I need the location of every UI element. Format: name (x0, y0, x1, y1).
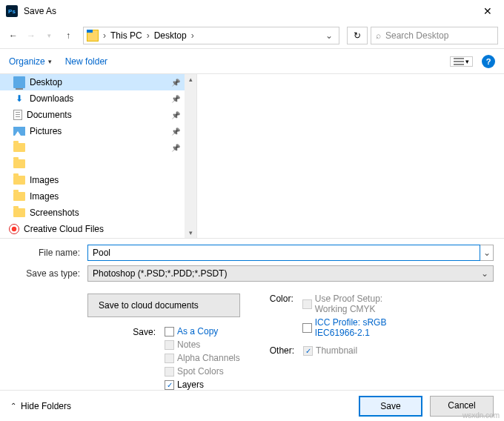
down-icon: ⬇ (13, 93, 25, 105)
tree-item-label: Creative Cloud Files (24, 224, 104, 234)
save-to-cloud-button[interactable]: Save to cloud documents (87, 294, 240, 317)
alpha-checkbox (165, 354, 174, 363)
nav-bar: ← → ▾ ↑ › This PC › Desktop › ⌄ ↻ ⌕ Sear… (0, 22, 504, 49)
back-button[interactable]: ← (6, 28, 21, 43)
tree-item-label: Screenshots (30, 208, 79, 218)
close-button[interactable]: ✕ (477, 2, 498, 20)
cc-icon (9, 224, 19, 234)
folder-icon (13, 143, 25, 152)
pin-icon: 📌 (171, 79, 180, 87)
save-button[interactable]: Save (359, 396, 422, 417)
saveastype-label: Save as type: (10, 268, 87, 279)
chevron-right-icon: › (145, 30, 151, 41)
tree-item-images[interactable]: Images (0, 172, 196, 188)
pin-icon: 📌 (171, 95, 180, 103)
thumbnail-checkbox (303, 346, 313, 356)
spot-checkbox (165, 367, 174, 377)
other-label: Other: (270, 345, 297, 356)
pin-icon: 📌 (171, 144, 180, 152)
tree-item-label: Documents (27, 110, 72, 120)
up-button[interactable]: ↑ (61, 28, 76, 43)
view-menu[interactable]: ▾ (450, 56, 473, 67)
tree-item-label: Pictures (30, 126, 62, 136)
notes-checkbox (165, 340, 174, 350)
tree-item-creative-cloud-files[interactable]: Creative Cloud Files (0, 221, 196, 237)
proof-checkbox (302, 299, 312, 309)
address-dropdown[interactable]: ⌄ (322, 30, 336, 41)
forward-button[interactable]: → (24, 28, 39, 43)
options-area: Save to cloud documents Save: As a Copy … (0, 291, 504, 393)
footer: ⌃ Hide Folders Save Cancel (0, 390, 504, 421)
folder-icon (13, 176, 25, 185)
pin-icon: 📌 (171, 111, 180, 119)
folder-icon (87, 30, 99, 42)
asacopy-label: As a Copy (177, 326, 218, 337)
desktop-icon (13, 76, 25, 88)
folder-icon (13, 208, 25, 217)
refresh-button[interactable]: ↻ (347, 27, 368, 44)
search-input[interactable]: ⌕ Search Desktop (371, 27, 498, 44)
saveastype-combo[interactable]: Photoshop (*.PSD;*.PDD;*.PSDT) ⌄ (87, 265, 494, 282)
tree-item-label: Desktop (30, 77, 62, 87)
tree-item-documents[interactable]: Documents📌 (0, 107, 196, 123)
filename-label: File name: (10, 248, 87, 258)
chevron-up-icon: ⌃ (10, 402, 16, 410)
view-icon (454, 58, 464, 65)
breadcrumb-desktop[interactable]: Desktop (154, 30, 187, 41)
app-icon: Ps (6, 5, 18, 17)
nav-tree: Desktop📌⬇Downloads📌Documents📌Pictures📌📌I… (0, 74, 197, 238)
chevron-right-icon: › (102, 30, 107, 41)
icc-checkbox[interactable] (302, 323, 312, 333)
doc-icon (13, 110, 22, 120)
organize-menu[interactable]: Organize▾ (9, 56, 52, 67)
tree-item-downloads[interactable]: ⬇Downloads📌 (0, 90, 196, 107)
chevron-right-icon: › (190, 30, 196, 41)
new-folder-button[interactable]: New folder (65, 56, 107, 67)
tree-item-folder[interactable] (0, 156, 196, 172)
breadcrumb-thispc[interactable]: This PC (110, 30, 142, 41)
form-area: File name: ⌄ Save as type: Photoshop (*.… (0, 239, 504, 291)
save-options-label: Save: (87, 326, 159, 390)
content-pane[interactable] (197, 74, 504, 238)
asacopy-checkbox[interactable] (165, 327, 174, 337)
tree-item-label: Images (30, 191, 59, 202)
tree-scrollbar[interactable]: ▴▾ (185, 74, 196, 238)
notes-label: Notes (177, 339, 200, 350)
layers-label: Layers (177, 379, 204, 390)
layers-checkbox[interactable] (165, 380, 174, 390)
tree-item-label: Images (30, 175, 59, 185)
window-title: Save As (24, 6, 477, 16)
tree-item-label: Downloads (30, 93, 73, 104)
pin-icon: 📌 (171, 127, 180, 136)
icc-label2: IEC61966-2.1 (315, 328, 387, 338)
color-label: Color: (270, 294, 296, 338)
alpha-label: Alpha Channels (177, 353, 240, 363)
tree-item-folder[interactable]: 📌 (0, 139, 196, 156)
tree-item-screenshots[interactable]: Screenshots (0, 205, 196, 221)
search-placeholder: Search Desktop (385, 30, 448, 41)
spot-label: Spot Colors (177, 366, 224, 377)
pic-icon (13, 127, 25, 136)
icc-label1: ICC Profile: sRGB (315, 317, 387, 328)
tree-item-images[interactable]: Images (0, 188, 196, 205)
proof-label2: Working CMYK (315, 304, 382, 314)
tree-item-pictures[interactable]: Pictures📌 (0, 123, 196, 139)
chevron-down-icon: ⌄ (481, 268, 488, 279)
filename-input[interactable] (87, 245, 480, 261)
recent-dropdown[interactable]: ▾ (42, 28, 56, 43)
filename-dropdown[interactable]: ⌄ (480, 245, 494, 261)
title-bar: Ps Save As ✕ (0, 0, 504, 22)
tree-item-desktop[interactable]: Desktop📌 (0, 74, 196, 90)
file-area: Desktop📌⬇Downloads📌Documents📌Pictures📌📌I… (0, 74, 504, 239)
search-icon: ⌕ (376, 30, 381, 41)
proof-label1: Use Proof Setup: (315, 294, 382, 304)
hide-folders-button[interactable]: ⌃ Hide Folders (10, 401, 71, 411)
help-button[interactable]: ? (482, 55, 495, 68)
address-bar[interactable]: › This PC › Desktop › ⌄ (83, 27, 339, 44)
toolbar: Organize▾ New folder ▾ ? (0, 49, 504, 74)
folder-icon (13, 192, 25, 201)
folder-icon (13, 159, 25, 168)
cancel-button[interactable]: Cancel (430, 396, 494, 417)
thumbnail-label: Thumbnail (316, 345, 357, 356)
